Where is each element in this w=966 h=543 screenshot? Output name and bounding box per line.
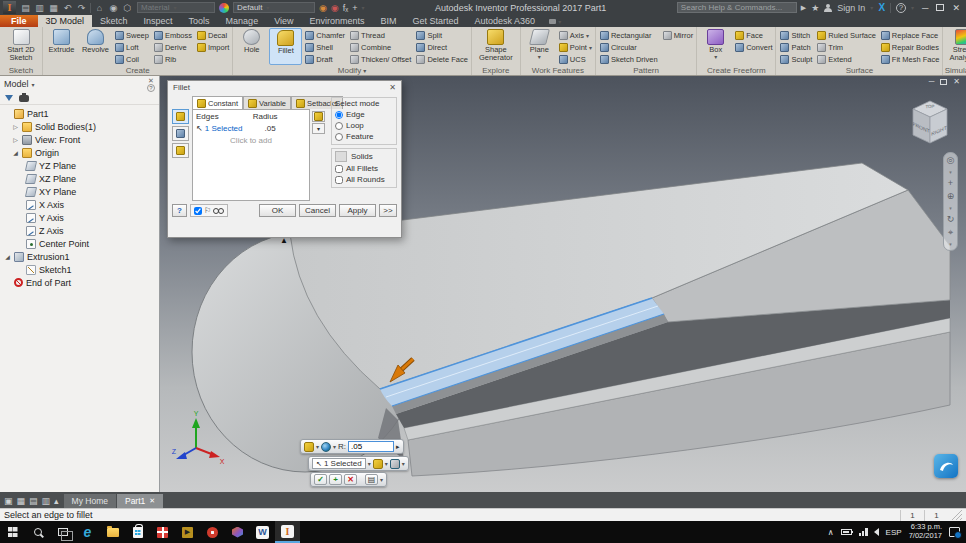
ribbon-group-label-surface[interactable]: Surface	[776, 65, 942, 75]
radio-loop[interactable]: Loop	[335, 120, 393, 131]
patch-button[interactable]: Patch	[780, 41, 812, 53]
delete-face-button[interactable]: Delete Face	[416, 53, 467, 65]
expand-icon[interactable]: ◢	[12, 149, 19, 156]
cancel-button[interactable]: Cancel	[299, 204, 336, 217]
chamfer-button[interactable]: Chamfer	[305, 29, 345, 41]
tree-item-sketch1[interactable]: Sketch1	[0, 263, 159, 276]
radio-edge[interactable]: Edge	[335, 109, 393, 120]
tree-item-end-of-part[interactable]: End of Part	[0, 276, 159, 289]
stitch-button[interactable]: Stitch	[780, 29, 812, 41]
add-icon[interactable]: +	[352, 3, 357, 13]
tile-windows-icon[interactable]: ▦	[17, 496, 26, 506]
all-rounds-input[interactable]	[335, 176, 343, 184]
task-view-button[interactable]	[50, 521, 75, 543]
tab-environments[interactable]: Environments	[302, 15, 373, 27]
tab-3d-model[interactable]: 3D Model	[38, 15, 93, 27]
tab-file[interactable]: File	[0, 15, 38, 27]
tree-item-view-front[interactable]: ▷View: Front	[0, 133, 159, 146]
clear-appearance-icon[interactable]: ◉	[331, 3, 339, 13]
fillet-dialog[interactable]: Fillet ✕ Constant Variable Setbacks	[167, 80, 402, 238]
flyout-arrow-button[interactable]: ▾	[312, 123, 325, 134]
tree-item-x-axis[interactable]: X Axis	[0, 198, 159, 211]
solids-picker-icon[interactable]	[335, 151, 347, 162]
full-round-fillet-type-button[interactable]	[172, 143, 189, 158]
tree-item-origin[interactable]: ◢Origin	[0, 146, 159, 159]
edge-row[interactable]: ↖ 1 Selected .05	[196, 124, 306, 133]
media-app-button[interactable]: ▶	[175, 521, 200, 543]
polygon-app-button[interactable]	[225, 521, 250, 543]
fillet-type-icon[interactable]	[304, 442, 314, 452]
full-navigation-wheel-icon[interactable]: ◎	[947, 156, 955, 165]
thicken-offset-button[interactable]: Thicken/ Offset	[350, 53, 411, 65]
dialog-expand-arrow[interactable]: ▲	[280, 236, 288, 245]
ribbon-group-label-sketch[interactable]: Sketch	[0, 65, 42, 75]
select-mode-orb-icon[interactable]	[321, 442, 331, 452]
freeform-convert-button[interactable]: Convert	[735, 41, 772, 53]
undo-icon[interactable]: ↶	[62, 2, 73, 13]
tray-chevron-icon[interactable]: ∧	[828, 528, 834, 537]
rectangular-pattern-button[interactable]: Rectangular	[600, 29, 658, 41]
resize-grip[interactable]	[952, 510, 962, 520]
plane-button[interactable]: Plane ▾	[523, 28, 556, 65]
options-list-button[interactable]: ▤	[365, 474, 378, 485]
tab-inspect[interactable]: Inspect	[136, 15, 181, 27]
render-icon[interactable]: ◉	[108, 2, 119, 13]
dialog-help-button[interactable]: ?	[172, 204, 187, 217]
tab-autodesk-a360[interactable]: Autodesk A360	[467, 15, 544, 27]
sketch-driven-button[interactable]: Sketch Driven	[600, 53, 658, 65]
expand-icon[interactable]: ▷	[12, 123, 19, 130]
circular-pattern-button[interactable]: Circular	[600, 41, 658, 53]
draft-button[interactable]: Draft	[305, 53, 345, 65]
tab-get-started[interactable]: Get Started	[405, 15, 467, 27]
tab-bim[interactable]: BIM	[373, 15, 405, 27]
loft-button[interactable]: Loft	[115, 41, 149, 53]
tree-item-xz-plane[interactable]: XZ Plane	[0, 172, 159, 185]
favorites-star-icon[interactable]: ★	[811, 3, 819, 13]
stress-analysis-button[interactable]: Stress Analysis	[945, 28, 966, 65]
ucs-button[interactable]: UCS	[559, 53, 592, 65]
filter-icon[interactable]	[5, 95, 13, 101]
face-fillet-type-button[interactable]	[172, 126, 189, 141]
hole-button[interactable]: Hole	[235, 28, 268, 65]
radio-feature-input[interactable]	[335, 133, 343, 141]
close-button[interactable]: ✕	[949, 3, 963, 13]
chevron-down-icon[interactable]: ▾	[380, 476, 383, 483]
chevron-down-icon[interactable]: ▾	[949, 169, 952, 175]
fit-mesh-face-button[interactable]: Fit Mesh Face	[881, 53, 940, 65]
orbit-icon[interactable]: ↻	[947, 215, 955, 224]
shell-button[interactable]: Shell	[305, 41, 345, 53]
help-icon[interactable]: ?	[896, 3, 906, 13]
arrange-vertical-icon[interactable]: ▥	[42, 496, 51, 506]
more-options-button[interactable]: >>	[379, 204, 397, 217]
start-button[interactable]	[0, 521, 25, 543]
sweep-button[interactable]: Sweep	[115, 29, 149, 41]
parameters-fx-icon[interactable]: fₓ	[343, 3, 348, 13]
redo-icon[interactable]: ↷	[76, 2, 87, 13]
fillet-button-active[interactable]: Fillet	[269, 28, 302, 65]
mirror-button[interactable]: Mirror	[663, 29, 694, 41]
expand-tabs-icon[interactable]: ▴	[54, 496, 59, 506]
tab-tools[interactable]: Tools	[181, 15, 218, 27]
inventor-taskbar-button[interactable]: I	[275, 521, 300, 543]
material-dropdown[interactable]: Material ▾	[137, 2, 215, 13]
exchange-apps-icon[interactable]: X	[878, 2, 885, 13]
tree-item-solid-bodies[interactable]: ▷Solid Bodies(1)	[0, 120, 159, 133]
3d-viewport[interactable]: ─ ✕ TOP FRONT RIGHT ◎ ▾ + ⊕ ▾ ↻ ⌖ ▾	[160, 76, 966, 492]
cascade-windows-icon[interactable]: ▣	[4, 496, 13, 506]
tree-item-y-axis[interactable]: Y Axis	[0, 211, 159, 224]
open-file-icon[interactable]: ▥	[34, 2, 45, 13]
action-center-icon[interactable]	[949, 527, 960, 537]
extrude-button[interactable]: Extrude	[45, 28, 78, 65]
adjust-appearance-icon[interactable]: ◉	[319, 3, 327, 13]
tree-item-yz-plane[interactable]: YZ Plane	[0, 159, 159, 172]
revolve-button[interactable]: Revolve	[79, 28, 112, 65]
doc-minimize-icon[interactable]: ─	[929, 77, 935, 86]
edge-browser-button[interactable]: e	[75, 521, 100, 543]
cancel-x-button[interactable]: ✕	[344, 474, 357, 485]
new-file-icon[interactable]: ▤	[20, 2, 31, 13]
dialog-close-icon[interactable]: ✕	[389, 83, 396, 92]
ribbon-group-label-create-freeform[interactable]: Create Freeform	[697, 65, 775, 75]
all-rounds-checkbox[interactable]: All Rounds	[335, 174, 393, 185]
a360-helper-icon[interactable]	[934, 454, 958, 478]
browser-close-icon[interactable]: ✕	[148, 77, 154, 84]
